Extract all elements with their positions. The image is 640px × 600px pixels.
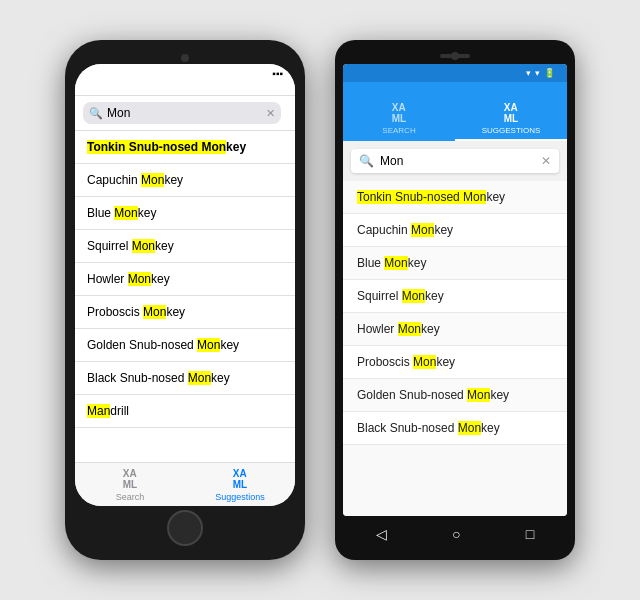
android-screen: ▾ ▾ 🔋 XAMLSEARCHXAMLSUGGESTIONS 🔍 ✕ Tonk… bbox=[343, 64, 567, 516]
android-search-input[interactable] bbox=[380, 154, 535, 168]
ios-title-bar bbox=[75, 83, 295, 96]
ios-list-item[interactable]: Howler Monkey bbox=[75, 263, 295, 296]
ios-list-item[interactable]: Blue Monkey bbox=[75, 197, 295, 230]
ios-status-bar: ▪▪▪ bbox=[75, 64, 295, 83]
ios-results-list: Tonkin Snub-nosed MonkeyCapuchin MonkeyB… bbox=[75, 131, 295, 462]
ios-front-camera bbox=[181, 54, 189, 62]
android-status-bar: ▾ ▾ 🔋 bbox=[343, 64, 567, 82]
android-tab-icon-search: XAML bbox=[392, 102, 406, 124]
ios-battery: ▪▪▪ bbox=[272, 68, 283, 79]
ios-home-button[interactable] bbox=[167, 510, 203, 546]
android-battery-icon: 🔋 bbox=[544, 68, 555, 78]
android-search-icon: 🔍 bbox=[359, 154, 374, 168]
android-list-item[interactable]: Tonkin Snub-nosed Monkey bbox=[343, 181, 567, 214]
android-speaker bbox=[440, 54, 470, 58]
ios-list-item[interactable]: Capuchin Monkey bbox=[75, 164, 295, 197]
android-app-bar bbox=[343, 82, 567, 98]
ios-list-item[interactable]: Black Snub-nosed Monkey bbox=[75, 362, 295, 395]
android-tab-search[interactable]: XAMLSEARCH bbox=[343, 98, 455, 141]
ios-list-item[interactable]: Tonkin Snub-nosed Monkey bbox=[75, 131, 295, 164]
android-nav-bar: ◁○□ bbox=[343, 516, 567, 552]
ios-search-bar: 🔍 ✕ bbox=[75, 96, 295, 131]
ios-list-item[interactable]: Golden Snub-nosed Monkey bbox=[75, 329, 295, 362]
ios-tab-suggestions[interactable]: XAMLSuggestions bbox=[185, 463, 295, 506]
android-list-item[interactable]: Golden Snub-nosed Monkey bbox=[343, 379, 567, 412]
android-tab-bar: XAMLSEARCHXAMLSUGGESTIONS bbox=[343, 98, 567, 141]
ios-tab-search[interactable]: XAMLSearch bbox=[75, 463, 185, 506]
ios-list-item[interactable]: Proboscis Monkey bbox=[75, 296, 295, 329]
ios-tab-icon-search: XAML bbox=[123, 468, 137, 490]
ios-screen: ▪▪▪ 🔍 ✕ Tonkin Snub-nosed MonkeyCapuchin… bbox=[75, 64, 295, 506]
android-list-item[interactable]: Howler Monkey bbox=[343, 313, 567, 346]
ios-list-item[interactable]: Squirrel Monkey bbox=[75, 230, 295, 263]
ios-tab-label-search: Search bbox=[116, 492, 145, 502]
android-list-item[interactable]: Capuchin Monkey bbox=[343, 214, 567, 247]
android-phone: ▾ ▾ 🔋 XAMLSEARCHXAMLSUGGESTIONS 🔍 ✕ Tonk… bbox=[335, 40, 575, 560]
ios-tab-label-suggestions: Suggestions bbox=[215, 492, 265, 502]
android-search-bar: 🔍 ✕ bbox=[351, 149, 559, 173]
ios-search-input[interactable] bbox=[107, 106, 262, 120]
android-clear-icon[interactable]: ✕ bbox=[541, 154, 551, 168]
android-back-button[interactable]: ◁ bbox=[376, 526, 387, 542]
ios-tab-bar: XAMLSearchXAMLSuggestions bbox=[75, 462, 295, 506]
android-list-item[interactable]: Proboscis Monkey bbox=[343, 346, 567, 379]
android-list-item[interactable]: Black Snub-nosed Monkey bbox=[343, 412, 567, 445]
android-wifi-icon: ▾ bbox=[526, 68, 531, 78]
ios-list-item[interactable]: Mandrill bbox=[75, 395, 295, 428]
android-results-list: Tonkin Snub-nosed MonkeyCapuchin MonkeyB… bbox=[343, 181, 567, 516]
android-list-item[interactable]: Squirrel Monkey bbox=[343, 280, 567, 313]
android-recents-button[interactable]: □ bbox=[526, 526, 534, 542]
ios-tab-icon-suggestions: XAML bbox=[233, 468, 247, 490]
android-signal-icon: ▾ bbox=[535, 68, 540, 78]
android-tab-suggestions[interactable]: XAMLSUGGESTIONS bbox=[455, 98, 567, 141]
ios-search-input-wrap: 🔍 ✕ bbox=[83, 102, 281, 124]
android-top-bar bbox=[343, 48, 567, 64]
ios-phone: ▪▪▪ 🔍 ✕ Tonkin Snub-nosed MonkeyCapuchin… bbox=[65, 40, 305, 560]
android-home-button[interactable]: ○ bbox=[452, 526, 460, 542]
ios-search-icon: 🔍 bbox=[89, 107, 103, 120]
android-tab-label-search: SEARCH bbox=[382, 126, 415, 135]
ios-clear-icon[interactable]: ✕ bbox=[266, 107, 275, 120]
android-tab-label-suggestions: SUGGESTIONS bbox=[482, 126, 541, 135]
android-list-item[interactable]: Blue Monkey bbox=[343, 247, 567, 280]
android-tab-icon-suggestions: XAML bbox=[504, 102, 518, 124]
